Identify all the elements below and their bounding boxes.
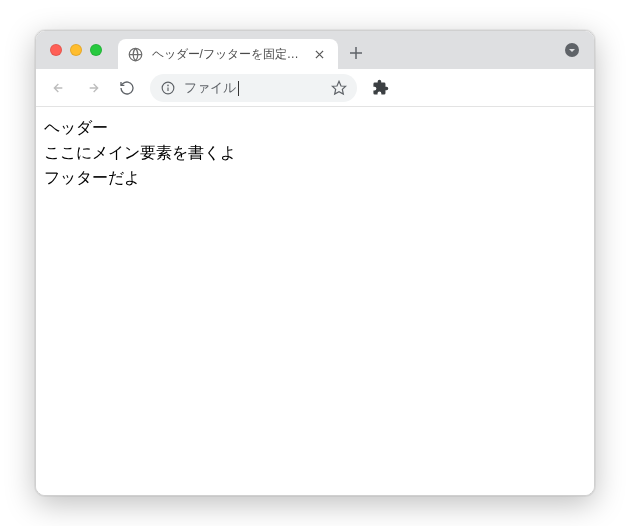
globe-icon — [128, 46, 144, 62]
browser-window: ヘッダー/フッターを固定する — [35, 30, 595, 496]
forward-button[interactable] — [78, 73, 108, 103]
close-tab-button[interactable] — [312, 46, 328, 62]
close-window-button[interactable] — [50, 44, 62, 56]
browser-tab[interactable]: ヘッダー/フッターを固定する — [118, 39, 338, 69]
chevron-down-icon[interactable] — [564, 42, 580, 58]
info-icon[interactable] — [160, 80, 176, 96]
svg-marker-5 — [332, 81, 345, 94]
main-text: ここにメイン要素を書くよ — [44, 141, 586, 165]
address-value: ファイル — [184, 80, 236, 95]
page-content: ヘッダー ここにメイン要素を書くよ フッターだよ — [36, 107, 594, 495]
back-button[interactable] — [44, 73, 74, 103]
maximize-window-button[interactable] — [90, 44, 102, 56]
toolbar: ファイル — [36, 69, 594, 107]
header-text: ヘッダー — [44, 116, 586, 140]
bookmark-star-icon[interactable] — [331, 80, 347, 96]
svg-point-4 — [167, 85, 168, 86]
reload-button[interactable] — [112, 73, 142, 103]
tab-title: ヘッダー/フッターを固定する — [152, 46, 304, 63]
address-bar[interactable]: ファイル — [150, 74, 357, 102]
footer-text: フッターだよ — [44, 166, 586, 190]
window-controls — [50, 44, 102, 56]
titlebar: ヘッダー/フッターを固定する — [36, 31, 594, 69]
address-text: ファイル — [184, 79, 323, 97]
minimize-window-button[interactable] — [70, 44, 82, 56]
tab-strip: ヘッダー/フッターを固定する — [118, 31, 584, 69]
new-tab-button[interactable] — [342, 39, 370, 67]
extensions-icon[interactable] — [367, 74, 395, 102]
